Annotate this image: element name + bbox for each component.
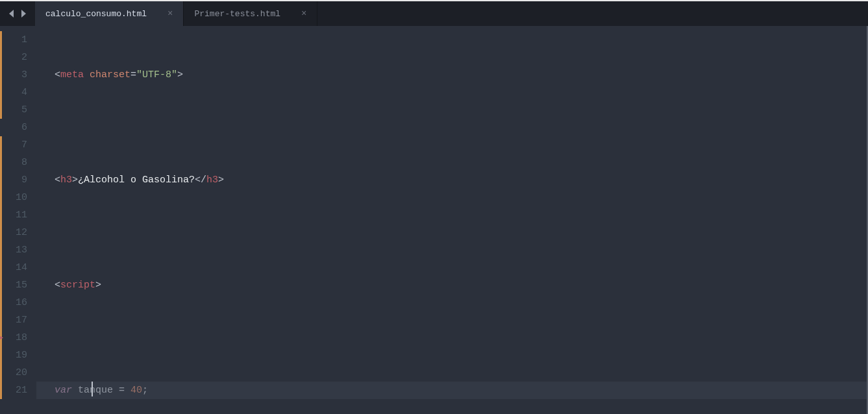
line-number: 13 [0, 241, 27, 259]
code-line: <script> [55, 276, 868, 294]
line-number: 1 [0, 31, 27, 49]
code-line: var tanque = 40; [55, 382, 868, 399]
line-number: 10 [0, 189, 27, 206]
line-number: 4 [0, 84, 27, 101]
line-number: 9 [0, 171, 27, 189]
nav-back-icon[interactable] [8, 9, 15, 18]
line-number: 16 [0, 294, 27, 311]
line-number: 20 [0, 364, 27, 382]
close-icon[interactable]: × [167, 9, 173, 18]
code-line [55, 224, 868, 241]
modification-marker [0, 136, 2, 399]
line-number: 5 [0, 101, 27, 119]
code-content[interactable]: <meta charset="UTF-8"> <h3>¿Alcohol o Ga… [36, 26, 868, 414]
line-number: 12 [0, 224, 27, 241]
line-number: 2 [0, 49, 27, 66]
line-number: 19 [0, 347, 27, 364]
code-line: <h3>¿Alcohol o Gasolina?</h3> [55, 171, 868, 189]
close-icon[interactable]: × [301, 9, 306, 18]
tab-primer-tests[interactable]: Primer-tests.html × [184, 1, 317, 26]
line-number: 6 [0, 119, 27, 136]
modification-marker [0, 31, 2, 119]
line-number: 15 [0, 276, 27, 294]
line-number-gutter: 1 2 3 4 5 6 7 8 9 10 11 12 13 14 15 16 1… [0, 26, 36, 414]
line-number: 21 [0, 382, 27, 399]
code-line: <meta charset="UTF-8"> [55, 66, 868, 84]
tab-label: calculo_consumo.html [45, 9, 147, 19]
code-editor[interactable]: 1 2 3 4 5 6 7 8 9 10 11 12 13 14 15 16 1… [0, 26, 868, 414]
line-number: 7 [0, 136, 27, 154]
code-line [55, 329, 868, 347]
line-number: 8 [0, 154, 27, 171]
line-number: 14 [0, 259, 27, 276]
tab-label: Primer-tests.html [194, 9, 280, 19]
tab-calculo-consumo[interactable]: calculo_consumo.html × [35, 1, 184, 26]
git-change-marker-icon: ▶ [0, 334, 3, 341]
nav-forward-icon[interactable] [20, 9, 27, 18]
line-number: 3 [0, 66, 27, 84]
code-line [55, 119, 868, 136]
line-number: 17 [0, 311, 27, 329]
tab-nav-arrows [0, 1, 35, 26]
line-number: 18 [0, 329, 27, 347]
line-number: 11 [0, 206, 27, 224]
tab-bar: calculo_consumo.html × Primer-tests.html… [0, 1, 868, 26]
